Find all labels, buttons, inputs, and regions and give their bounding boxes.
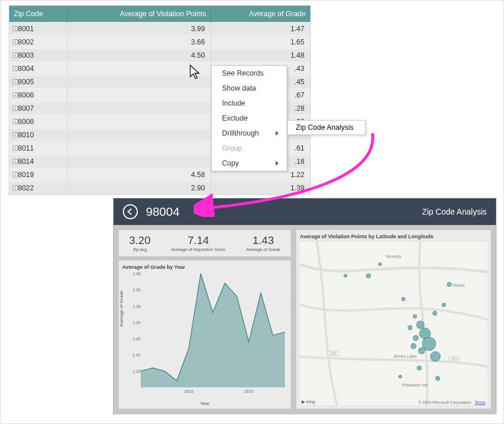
table-row[interactable]: +980013.991.47 (9, 22, 310, 36)
col-zip[interactable]: Zip Code (9, 6, 67, 22)
expand-icon[interactable]: + (13, 27, 18, 32)
expand-icon[interactable]: + (13, 119, 18, 125)
map-place-label: Stuart (453, 283, 465, 288)
map-data-point[interactable] (413, 335, 419, 341)
chart-title: Average of Grade by Year (121, 264, 288, 271)
map-data-point[interactable] (413, 314, 417, 318)
x-axis-label: Year (121, 401, 288, 406)
map-data-point[interactable] (418, 347, 425, 354)
map-roads (299, 241, 488, 406)
map-data-point[interactable] (432, 311, 437, 316)
map-data-point[interactable] (435, 376, 440, 381)
expand-icon[interactable]: + (13, 66, 18, 72)
map-place-label: Ames Lake (394, 354, 417, 359)
bing-logo: ▶ bing (302, 399, 315, 404)
kpi-card[interactable]: 3.20 Zip avg 7.14 Average of Inspection … (118, 230, 291, 257)
map-data-point[interactable] (447, 282, 452, 287)
grade-by-year-chart[interactable]: Average of Grade by Year Average of Grad… (118, 260, 291, 409)
expand-icon[interactable]: + (13, 146, 18, 151)
map-data-point[interactable] (366, 273, 371, 278)
kpi-grade: 1.43 Average of Grade (246, 234, 280, 252)
map-data-point[interactable] (430, 351, 441, 362)
expand-icon[interactable]: + (13, 80, 18, 85)
map-data-point[interactable] (344, 274, 347, 277)
map-data-point[interactable] (417, 366, 422, 370)
col-grade[interactable]: Average of Grade (211, 6, 310, 22)
table-row[interactable]: +980034.501.48 (9, 49, 310, 62)
map-data-point[interactable] (408, 325, 412, 330)
expand-icon[interactable]: + (13, 133, 18, 138)
map-title: Average of Violation Points by Latitude … (299, 234, 488, 241)
context-menu-item[interactable]: Exclude (212, 111, 287, 126)
map-attribution: © 2018 Microsoft Corporation Terms (418, 400, 486, 404)
context-menu-item[interactable]: Drillthrough (212, 126, 287, 141)
map-data-point[interactable] (401, 297, 405, 301)
context-menu-item[interactable]: See Records (212, 66, 287, 81)
terms-link[interactable]: Terms (475, 400, 486, 404)
context-menu-item[interactable]: Include (212, 96, 287, 111)
chevron-right-icon (276, 161, 279, 166)
context-submenu-drillthrough[interactable]: Zip Code Analysis (287, 120, 366, 135)
violation-map[interactable]: Average of Violation Points by Latitude … (296, 230, 491, 409)
expand-icon[interactable]: + (13, 172, 18, 178)
expand-icon[interactable]: + (13, 186, 18, 191)
kpi-inspection-score: 7.14 Average of Inspection Score (171, 234, 225, 252)
expand-icon[interactable]: + (13, 93, 18, 98)
context-menu-item[interactable]: Copy (212, 156, 287, 171)
kpi-zip-avg: 3.20 Zip avg (129, 234, 151, 252)
map-data-point[interactable] (398, 375, 402, 378)
table-row[interactable]: +980023.661.65 (9, 36, 310, 49)
mouse-cursor-icon (189, 64, 202, 80)
expand-icon[interactable]: + (13, 159, 18, 164)
expand-icon[interactable]: + (13, 106, 18, 111)
context-menu[interactable]: See RecordsShow dataIncludeExcludeDrillt… (211, 65, 287, 171)
col-violation[interactable]: Average of Violation Points (67, 6, 211, 22)
chevron-right-icon (276, 131, 279, 136)
y-axis-label: Average of Grade (119, 290, 124, 327)
back-arrow-icon (126, 208, 134, 215)
map-data-point[interactable] (442, 303, 446, 307)
expand-icon[interactable]: + (13, 53, 18, 58)
context-menu-item[interactable]: Show data (212, 81, 287, 96)
report-subtitle: Zip Code Analysis (422, 207, 487, 216)
zip-analysis-report: 98004 Zip Code Analysis 3.20 Zip avg 7.1… (113, 198, 497, 414)
expand-icon[interactable]: + (13, 40, 18, 45)
map-data-point[interactable] (411, 343, 416, 349)
context-menu-item: Group (212, 141, 287, 156)
map-place-label: Pleasant Hill (402, 382, 427, 388)
map-data-point[interactable] (378, 262, 382, 266)
map-place-label: Novelty (386, 254, 401, 259)
back-button[interactable] (123, 204, 138, 219)
